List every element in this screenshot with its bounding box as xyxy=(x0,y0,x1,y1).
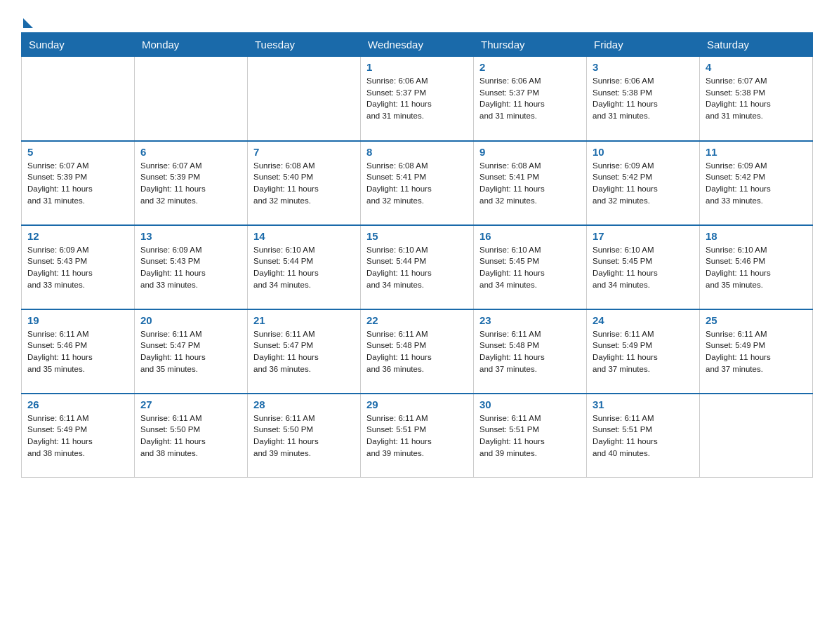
calendar-cell: 18Sunrise: 6:10 AM Sunset: 5:46 PM Dayli… xyxy=(700,225,813,309)
day-info: Sunrise: 6:07 AM Sunset: 5:39 PM Dayligh… xyxy=(140,160,241,207)
calendar-table: SundayMondayTuesdayWednesdayThursdayFrid… xyxy=(21,32,813,478)
day-info: Sunrise: 6:11 AM Sunset: 5:50 PM Dayligh… xyxy=(140,412,241,459)
calendar-cell: 28Sunrise: 6:11 AM Sunset: 5:50 PM Dayli… xyxy=(248,394,361,478)
day-number: 22 xyxy=(366,314,468,326)
calendar-cell: 22Sunrise: 6:11 AM Sunset: 5:48 PM Dayli… xyxy=(361,309,474,394)
calendar-cell xyxy=(700,394,813,478)
calendar-header-tuesday: Tuesday xyxy=(248,33,361,57)
day-info: Sunrise: 6:10 AM Sunset: 5:44 PM Dayligh… xyxy=(366,244,468,291)
day-info: Sunrise: 6:11 AM Sunset: 5:46 PM Dayligh… xyxy=(27,328,128,375)
calendar-cell: 14Sunrise: 6:10 AM Sunset: 5:44 PM Dayli… xyxy=(248,225,361,309)
calendar-header-thursday: Thursday xyxy=(474,33,587,57)
calendar-cell: 13Sunrise: 6:09 AM Sunset: 5:43 PM Dayli… xyxy=(135,225,248,309)
day-info: Sunrise: 6:08 AM Sunset: 5:41 PM Dayligh… xyxy=(479,160,581,207)
calendar-cell: 15Sunrise: 6:10 AM Sunset: 5:44 PM Dayli… xyxy=(361,225,474,309)
day-info: Sunrise: 6:11 AM Sunset: 5:51 PM Dayligh… xyxy=(366,412,468,459)
day-info: Sunrise: 6:11 AM Sunset: 5:47 PM Dayligh… xyxy=(140,328,241,375)
day-info: Sunrise: 6:09 AM Sunset: 5:43 PM Dayligh… xyxy=(140,244,241,291)
day-number: 9 xyxy=(479,146,581,158)
logo-arrow-icon xyxy=(23,18,33,28)
calendar-cell: 11Sunrise: 6:09 AM Sunset: 5:42 PM Dayli… xyxy=(700,141,813,225)
day-number: 17 xyxy=(593,230,694,242)
day-number: 18 xyxy=(706,230,807,242)
calendar-cell: 21Sunrise: 6:11 AM Sunset: 5:47 PM Dayli… xyxy=(248,309,361,394)
day-info: Sunrise: 6:10 AM Sunset: 5:45 PM Dayligh… xyxy=(479,244,581,291)
calendar-cell: 29Sunrise: 6:11 AM Sunset: 5:51 PM Dayli… xyxy=(361,394,474,478)
day-info: Sunrise: 6:07 AM Sunset: 5:39 PM Dayligh… xyxy=(27,160,128,207)
day-info: Sunrise: 6:11 AM Sunset: 5:49 PM Dayligh… xyxy=(27,412,128,459)
calendar-cell: 25Sunrise: 6:11 AM Sunset: 5:49 PM Dayli… xyxy=(700,309,813,394)
day-info: Sunrise: 6:06 AM Sunset: 5:38 PM Dayligh… xyxy=(593,75,694,122)
day-number: 14 xyxy=(253,230,355,242)
calendar-week-row: 12Sunrise: 6:09 AM Sunset: 5:43 PM Dayli… xyxy=(22,225,813,309)
calendar-cell: 17Sunrise: 6:10 AM Sunset: 5:45 PM Dayli… xyxy=(587,225,700,309)
day-info: Sunrise: 6:08 AM Sunset: 5:40 PM Dayligh… xyxy=(253,160,355,207)
calendar-cell: 30Sunrise: 6:11 AM Sunset: 5:51 PM Dayli… xyxy=(474,394,587,478)
day-number: 21 xyxy=(253,314,355,326)
day-number: 3 xyxy=(593,61,694,73)
calendar-cell: 5Sunrise: 6:07 AM Sunset: 5:39 PM Daylig… xyxy=(22,141,135,225)
day-info: Sunrise: 6:11 AM Sunset: 5:51 PM Dayligh… xyxy=(593,412,694,459)
day-number: 19 xyxy=(27,314,128,326)
calendar-header-friday: Friday xyxy=(587,33,700,57)
day-number: 16 xyxy=(479,230,581,242)
calendar-cell: 8Sunrise: 6:08 AM Sunset: 5:41 PM Daylig… xyxy=(361,141,474,225)
calendar-cell: 6Sunrise: 6:07 AM Sunset: 5:39 PM Daylig… xyxy=(135,141,248,225)
day-number: 23 xyxy=(479,314,581,326)
calendar-cell: 27Sunrise: 6:11 AM Sunset: 5:50 PM Dayli… xyxy=(135,394,248,478)
day-number: 27 xyxy=(140,398,241,410)
calendar-header-saturday: Saturday xyxy=(700,33,813,57)
day-info: Sunrise: 6:10 AM Sunset: 5:45 PM Dayligh… xyxy=(593,244,694,291)
calendar-cell: 12Sunrise: 6:09 AM Sunset: 5:43 PM Dayli… xyxy=(22,225,135,309)
calendar-cell: 1Sunrise: 6:06 AM Sunset: 5:37 PM Daylig… xyxy=(361,57,474,141)
calendar-cell: 2Sunrise: 6:06 AM Sunset: 5:37 PM Daylig… xyxy=(474,57,587,141)
day-number: 1 xyxy=(366,61,468,73)
day-info: Sunrise: 6:11 AM Sunset: 5:49 PM Dayligh… xyxy=(593,328,694,375)
day-info: Sunrise: 6:09 AM Sunset: 5:42 PM Dayligh… xyxy=(706,160,807,207)
day-info: Sunrise: 6:06 AM Sunset: 5:37 PM Dayligh… xyxy=(479,75,581,122)
calendar-cell: 26Sunrise: 6:11 AM Sunset: 5:49 PM Dayli… xyxy=(22,394,135,478)
calendar-cell: 20Sunrise: 6:11 AM Sunset: 5:47 PM Dayli… xyxy=(135,309,248,394)
logo xyxy=(21,14,33,25)
calendar-week-row: 5Sunrise: 6:07 AM Sunset: 5:39 PM Daylig… xyxy=(22,141,813,225)
calendar-cell xyxy=(135,57,248,141)
calendar-cell: 16Sunrise: 6:10 AM Sunset: 5:45 PM Dayli… xyxy=(474,225,587,309)
calendar-cell: 10Sunrise: 6:09 AM Sunset: 5:42 PM Dayli… xyxy=(587,141,700,225)
calendar-cell: 4Sunrise: 6:07 AM Sunset: 5:38 PM Daylig… xyxy=(700,57,813,141)
day-number: 29 xyxy=(366,398,468,410)
calendar-week-row: 1Sunrise: 6:06 AM Sunset: 5:37 PM Daylig… xyxy=(22,57,813,141)
page-header xyxy=(21,14,813,25)
calendar-cell xyxy=(248,57,361,141)
day-number: 25 xyxy=(706,314,807,326)
day-info: Sunrise: 6:11 AM Sunset: 5:47 PM Dayligh… xyxy=(253,328,355,375)
day-number: 31 xyxy=(593,398,694,410)
day-number: 20 xyxy=(140,314,241,326)
day-info: Sunrise: 6:09 AM Sunset: 5:42 PM Dayligh… xyxy=(593,160,694,207)
day-info: Sunrise: 6:06 AM Sunset: 5:37 PM Dayligh… xyxy=(366,75,468,122)
calendar-cell: 23Sunrise: 6:11 AM Sunset: 5:48 PM Dayli… xyxy=(474,309,587,394)
day-number: 28 xyxy=(253,398,355,410)
day-number: 30 xyxy=(479,398,581,410)
day-info: Sunrise: 6:09 AM Sunset: 5:43 PM Dayligh… xyxy=(27,244,128,291)
day-info: Sunrise: 6:10 AM Sunset: 5:46 PM Dayligh… xyxy=(706,244,807,291)
day-info: Sunrise: 6:07 AM Sunset: 5:38 PM Dayligh… xyxy=(706,75,807,122)
calendar-header-monday: Monday xyxy=(135,33,248,57)
day-number: 13 xyxy=(140,230,241,242)
day-info: Sunrise: 6:11 AM Sunset: 5:51 PM Dayligh… xyxy=(479,412,581,459)
calendar-header-sunday: Sunday xyxy=(22,33,135,57)
day-info: Sunrise: 6:10 AM Sunset: 5:44 PM Dayligh… xyxy=(253,244,355,291)
day-info: Sunrise: 6:11 AM Sunset: 5:49 PM Dayligh… xyxy=(706,328,807,375)
calendar-week-row: 26Sunrise: 6:11 AM Sunset: 5:49 PM Dayli… xyxy=(22,394,813,478)
day-info: Sunrise: 6:11 AM Sunset: 5:48 PM Dayligh… xyxy=(366,328,468,375)
calendar-cell: 19Sunrise: 6:11 AM Sunset: 5:46 PM Dayli… xyxy=(22,309,135,394)
day-info: Sunrise: 6:11 AM Sunset: 5:50 PM Dayligh… xyxy=(253,412,355,459)
calendar-week-row: 19Sunrise: 6:11 AM Sunset: 5:46 PM Dayli… xyxy=(22,309,813,394)
day-number: 2 xyxy=(479,61,581,73)
day-number: 12 xyxy=(27,230,128,242)
calendar-cell: 24Sunrise: 6:11 AM Sunset: 5:49 PM Dayli… xyxy=(587,309,700,394)
calendar-cell: 31Sunrise: 6:11 AM Sunset: 5:51 PM Dayli… xyxy=(587,394,700,478)
day-info: Sunrise: 6:11 AM Sunset: 5:48 PM Dayligh… xyxy=(479,328,581,375)
day-number: 5 xyxy=(27,146,128,158)
day-number: 24 xyxy=(593,314,694,326)
day-number: 7 xyxy=(253,146,355,158)
